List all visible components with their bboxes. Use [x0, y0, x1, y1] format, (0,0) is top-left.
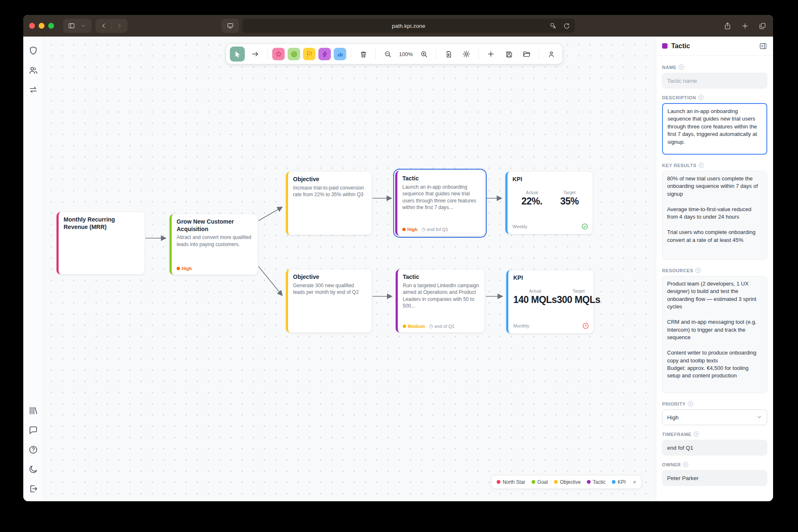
- page-format-button[interactable]: [222, 19, 239, 33]
- toolbar-divider: [539, 49, 539, 59]
- help-icon[interactable]: [28, 445, 38, 455]
- help-icon[interactable]: ?: [698, 95, 704, 100]
- export-button[interactable]: [441, 47, 456, 62]
- tactic-shape-button[interactable]: [318, 48, 331, 60]
- target-value: 35%: [560, 196, 579, 207]
- node-description: Generate 300 new qualified leads per mon…: [293, 282, 367, 296]
- goal-shape-button[interactable]: [288, 48, 300, 60]
- moon-icon[interactable]: [28, 464, 38, 474]
- node-objective-2[interactable]: Objective Generate 300 new qualified lea…: [286, 269, 372, 332]
- actual-label: Actual: [513, 288, 557, 293]
- key-results-label: Key Results?: [662, 163, 767, 168]
- node-title: KPI: [512, 176, 588, 183]
- close-window-button[interactable]: [29, 23, 35, 29]
- back-icon[interactable]: [100, 22, 108, 30]
- node-tactic-1[interactable]: Tactic Launch an in-app onboarding seque…: [395, 171, 485, 236]
- nav-divider: [111, 22, 112, 30]
- connector-tool-button[interactable]: [248, 47, 263, 62]
- gear-icon: [462, 50, 470, 58]
- actual-value: 22%.: [522, 196, 542, 207]
- node-kpi-1[interactable]: KPI Actual 22%. Target 35% Weekly: [505, 172, 593, 234]
- shield-icon[interactable]: [28, 46, 38, 56]
- clock-icon: ◷: [429, 323, 433, 329]
- key-results-textarea[interactable]: 80% of new trial users complete the onbo…: [662, 171, 767, 260]
- objective-shape-button[interactable]: [303, 48, 315, 60]
- account-button[interactable]: [544, 47, 559, 62]
- description-textarea[interactable]: Launch an in-app onboarding sequence tha…: [662, 103, 767, 155]
- chat-icon[interactable]: [28, 425, 38, 435]
- node-description: Run a targeted LinkedIn campaign aimed a…: [403, 282, 480, 310]
- delete-button[interactable]: [356, 47, 371, 62]
- logout-icon[interactable]: [28, 484, 38, 494]
- zoom-in-button[interactable]: [416, 47, 431, 62]
- help-icon[interactable]: ?: [694, 431, 699, 437]
- node-goal[interactable]: Grow New Customer Acquisition Attract an…: [170, 214, 258, 275]
- app-sidebar: [23, 37, 43, 501]
- node-tactic-2[interactable]: Tactic Run a targeted LinkedIn campaign …: [396, 269, 485, 332]
- legend-dot: [497, 480, 500, 484]
- canvas-toolbar: 100%: [226, 44, 562, 64]
- node-north-star[interactable]: Monthly Recurring Revenue (MRR): [57, 212, 145, 274]
- help-icon[interactable]: ?: [695, 268, 701, 273]
- trash-icon: [360, 50, 367, 58]
- north-star-shape-button[interactable]: [272, 48, 285, 60]
- flow-canvas[interactable]: 100%: [43, 37, 656, 501]
- tabs-icon[interactable]: [758, 22, 766, 30]
- zoom-out-button[interactable]: [380, 47, 395, 62]
- open-button[interactable]: [519, 47, 534, 62]
- cadence-label: Weekly: [512, 224, 527, 229]
- node-title: Objective: [293, 273, 367, 281]
- lightning-icon: [321, 50, 329, 58]
- legend-close-button[interactable]: ×: [633, 478, 636, 485]
- node-kpi-2[interactable]: KPI Actual 140 MQLs Target 300 MQLs Mont…: [506, 270, 594, 333]
- priority-select[interactable]: High: [662, 409, 767, 425]
- resources-label: Resources?: [662, 268, 767, 273]
- timeframe-badge: ◷end fof Q1: [421, 227, 448, 232]
- kpi-shape-button[interactable]: [334, 48, 346, 60]
- toolbar-divider: [478, 49, 479, 59]
- priority-dot: [402, 228, 406, 231]
- forward-icon[interactable]: [115, 22, 123, 30]
- legend-item-north-star: North Star: [497, 479, 525, 485]
- node-objective-1[interactable]: Objective Increase trial-to-paid convers…: [286, 172, 372, 235]
- actual-value: 140 MQLs: [513, 294, 557, 305]
- save-button[interactable]: [501, 47, 516, 62]
- legend-dot: [554, 480, 558, 484]
- window-controls: [29, 23, 54, 29]
- zoom-level: 100%: [398, 51, 414, 57]
- address-bar[interactable]: path.kpi.zone: [242, 19, 575, 33]
- target-icon: [290, 50, 298, 58]
- detail-panel: Tactic Name? Description? Launch an in-a…: [656, 37, 773, 501]
- priority-badge: High: [402, 227, 417, 232]
- help-icon[interactable]: ?: [699, 163, 704, 168]
- zoom-window-button[interactable]: [48, 23, 54, 29]
- owner-input[interactable]: [662, 470, 767, 486]
- toolbar-divider: [375, 49, 376, 59]
- help-icon[interactable]: ?: [688, 401, 693, 406]
- add-button[interactable]: [483, 47, 498, 62]
- library-icon[interactable]: [28, 406, 38, 416]
- minimize-window-button[interactable]: [39, 23, 44, 29]
- timeframe-label: Timeframe?: [662, 431, 767, 437]
- name-input[interactable]: [662, 73, 767, 89]
- collapse-panel-icon[interactable]: [759, 42, 767, 50]
- sidebar-toggle-button[interactable]: [63, 19, 91, 33]
- reload-icon[interactable]: [562, 22, 571, 30]
- timeframe-input[interactable]: [662, 440, 767, 456]
- star-icon: [275, 50, 283, 58]
- new-tab-icon[interactable]: [741, 22, 749, 30]
- sync-icon[interactable]: [28, 85, 38, 95]
- help-icon[interactable]: ?: [683, 462, 688, 467]
- settings-button[interactable]: [459, 47, 474, 62]
- chevron-down-icon: [756, 414, 762, 421]
- legend-item-objective: Objective: [554, 479, 581, 485]
- translate-icon[interactable]: [549, 22, 557, 30]
- help-icon[interactable]: ?: [679, 64, 684, 70]
- on-track-icon: [581, 223, 589, 230]
- users-icon[interactable]: [28, 65, 38, 75]
- owner-label: Owner?: [662, 462, 767, 467]
- legend: North Star Goal Objective Tactic KPI ×: [491, 475, 642, 489]
- share-icon[interactable]: [723, 22, 732, 30]
- cursor-tool-button[interactable]: [230, 47, 245, 62]
- resources-textarea[interactable]: Product team (2 developers, 1 UX designe…: [662, 276, 767, 393]
